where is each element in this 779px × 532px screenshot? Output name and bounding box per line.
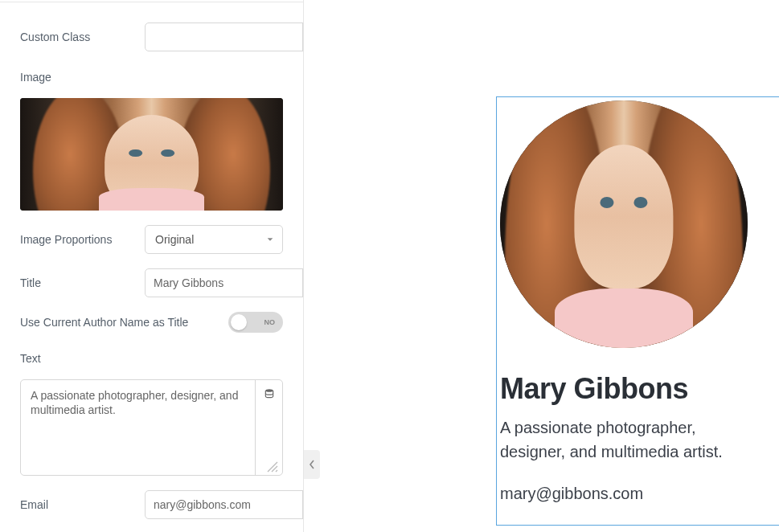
- database-icon: [264, 388, 275, 399]
- image-proportions-row: Image Proportions Original: [20, 225, 283, 254]
- preview-avatar: [500, 100, 748, 348]
- toggle-knob: [231, 314, 247, 330]
- use-author-name-toggle[interactable]: NO: [228, 312, 283, 333]
- chevron-left-icon: [309, 460, 315, 469]
- email-label: Email: [20, 498, 145, 511]
- title-input[interactable]: [146, 269, 302, 297]
- email-row: Email: [20, 490, 283, 519]
- dynamic-tag-button[interactable]: [302, 23, 304, 51]
- title-row: Title: [20, 268, 283, 297]
- resize-handle-icon[interactable]: [266, 460, 279, 473]
- custom-class-row: Custom Class: [20, 23, 283, 51]
- email-input[interactable]: [146, 491, 302, 518]
- image-proportions-value: Original: [146, 226, 258, 253]
- settings-panel: Custom Class Image Image Proportions Ori…: [0, 0, 304, 532]
- title-control[interactable]: [145, 268, 304, 297]
- chevron-down-icon: [258, 226, 282, 253]
- preview-text: A passionate photographer, designer, and…: [500, 415, 757, 464]
- image-proportions-label: Image Proportions: [20, 233, 145, 246]
- custom-class-label: Custom Class: [20, 31, 145, 43]
- custom-class-control[interactable]: [145, 23, 304, 51]
- image-proportions-select[interactable]: Original: [145, 225, 283, 254]
- svg-point-2: [265, 389, 273, 392]
- dynamic-tag-button[interactable]: [302, 269, 304, 297]
- custom-class-input[interactable]: [146, 23, 302, 51]
- email-control[interactable]: [145, 490, 304, 519]
- text-label: Text: [20, 352, 283, 365]
- text-control: [20, 379, 283, 476]
- dynamic-tag-button[interactable]: [302, 491, 304, 518]
- title-label: Title: [20, 276, 145, 289]
- use-author-name-label: Use Current Author Name as Title: [20, 316, 228, 329]
- face-shape: [574, 145, 673, 289]
- preview-title: Mary Gibbons: [500, 372, 779, 406]
- collapse-panel-button[interactable]: [304, 450, 320, 479]
- text-textarea[interactable]: [21, 380, 255, 475]
- preview-email: mary@gibbons.com: [500, 485, 779, 503]
- toggle-state-label: NO: [264, 318, 276, 326]
- image-label: Image: [20, 71, 283, 84]
- image-preview[interactable]: [20, 98, 283, 211]
- preview-card[interactable]: Mary Gibbons A passionate photographer, …: [496, 96, 779, 526]
- use-author-name-row: Use Current Author Name as Title NO: [20, 312, 283, 333]
- shirt-shape: [99, 188, 204, 211]
- shirt-shape: [555, 289, 694, 348]
